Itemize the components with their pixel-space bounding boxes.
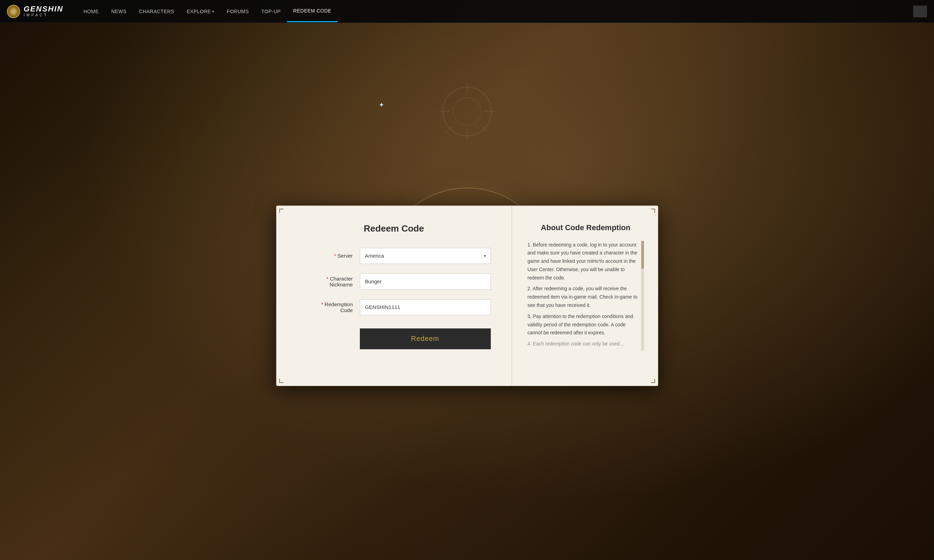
corner-tl xyxy=(279,209,286,215)
server-row: *Server America Europe Asia TW, HK, MO ▾ xyxy=(297,248,491,264)
nav-characters[interactable]: CHARACTERS xyxy=(133,1,180,22)
info-point-4: 4. Each redemption code can only be used… xyxy=(528,340,641,348)
nav-action-button[interactable] xyxy=(913,6,927,17)
logo-genshin: GENSHIN xyxy=(24,5,63,13)
form-title: Redeem Code xyxy=(297,223,491,234)
right-panel: About Code Redemption 1. Before redeemin… xyxy=(512,206,658,386)
logo: GENSHIN IMPACT xyxy=(7,5,63,18)
logo-icon xyxy=(7,5,20,18)
nav-top-up[interactable]: TOP-UP xyxy=(255,1,287,22)
info-scroll-area[interactable]: 1. Before redeeming a code, log in to yo… xyxy=(528,241,644,351)
info-point-2: 2. After redeeming a code, you will rece… xyxy=(528,285,641,309)
main-content: Redeem Code *Server America Europe Asia … xyxy=(0,0,934,560)
redeem-button[interactable]: Redeem xyxy=(360,328,491,349)
logo-impact: IMPACT xyxy=(24,13,63,17)
nav-right xyxy=(913,6,927,17)
scrollbar-track[interactable] xyxy=(641,241,644,351)
logo-text: GENSHIN IMPACT xyxy=(24,5,63,17)
code-required-star: * xyxy=(321,302,324,307)
nickname-row: *CharacterNickname xyxy=(297,274,491,289)
info-point-1: 1. Before redeeming a code, log in to yo… xyxy=(528,241,641,282)
redeem-card: Redeem Code *Server America Europe Asia … xyxy=(276,206,658,386)
server-required-star: * xyxy=(334,253,336,258)
nav-explore-label: EXPLORE xyxy=(187,9,211,14)
nickname-required-star: * xyxy=(327,275,328,282)
scrollbar-thumb[interactable] xyxy=(641,241,644,269)
redemption-code-label: *RedemptionCode xyxy=(297,302,353,313)
nav-forums[interactable]: FORUMS xyxy=(220,1,255,22)
left-panel: Redeem Code *Server America Europe Asia … xyxy=(276,206,512,386)
nav-home[interactable]: HOME xyxy=(77,1,105,22)
server-select-wrapper: America Europe Asia TW, HK, MO ▾ xyxy=(360,248,491,264)
redemption-code-input[interactable] xyxy=(360,299,491,315)
server-select[interactable]: America Europe Asia TW, HK, MO xyxy=(360,248,491,264)
redemption-code-row: *RedemptionCode xyxy=(297,299,491,315)
info-title: About Code Redemption xyxy=(528,223,644,232)
nav-links: HOME NEWS CHARACTERS EXPLORE ▾ FORUMS TO… xyxy=(77,0,913,22)
nav-explore[interactable]: EXPLORE ▾ xyxy=(180,1,220,22)
logo-symbol xyxy=(9,7,18,15)
navbar: GENSHIN IMPACT HOME NEWS CHARACTERS EXPL… xyxy=(0,0,934,23)
nav-news[interactable]: NEWS xyxy=(105,1,133,22)
nickname-input[interactable] xyxy=(360,274,491,289)
redeem-button-row: Redeem xyxy=(297,325,491,349)
info-point-3: 3. Pay attention to the redemption condi… xyxy=(528,312,641,337)
server-label: *Server xyxy=(297,253,353,258)
nickname-label: *CharacterNickname xyxy=(297,275,353,288)
chevron-down-icon: ▾ xyxy=(212,9,214,13)
corner-bl xyxy=(279,376,286,383)
nav-redeem-code[interactable]: REDEEM CODE xyxy=(287,0,338,22)
